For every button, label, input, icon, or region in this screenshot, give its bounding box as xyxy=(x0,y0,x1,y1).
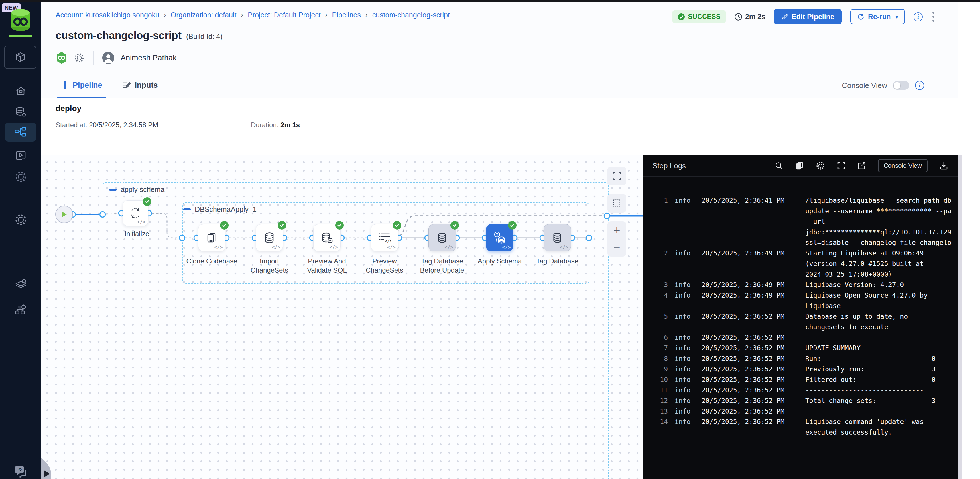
log-settings-icon[interactable] xyxy=(816,161,825,170)
meta-row: Animesh Pathak xyxy=(56,51,177,65)
canvas-select-region-button[interactable] xyxy=(608,194,626,213)
inputs-tab-icon xyxy=(122,81,131,89)
log-message: Previously run: 3 xyxy=(805,364,958,374)
tab-bar: Pipeline Inputs Console View i xyxy=(41,73,958,98)
script-glyph: </> xyxy=(502,244,511,250)
script-glyph: </> xyxy=(560,244,568,250)
log-open-external-icon[interactable] xyxy=(858,162,866,170)
node-tag-database-before-update[interactable]: </> xyxy=(428,224,456,251)
clone-icon xyxy=(205,231,218,244)
node-label: Initialize xyxy=(111,229,162,238)
sidebar-divider-3 xyxy=(0,453,41,454)
log-level: info xyxy=(675,354,695,364)
check-circle-icon xyxy=(678,13,685,21)
marquee-select-icon xyxy=(612,198,622,208)
success-check-icon xyxy=(393,221,401,230)
tag-database-icon xyxy=(551,231,564,244)
log-level: info xyxy=(675,343,695,354)
log-line-number: 1 xyxy=(652,195,668,248)
more-options-menu[interactable] xyxy=(931,11,935,23)
breadcrumb-link[interactable]: Organization: default xyxy=(171,11,237,19)
log-level: info xyxy=(675,195,695,248)
tab-inputs[interactable]: Inputs xyxy=(122,73,158,98)
console-view-toggle-row: Console View i xyxy=(842,73,924,98)
sidebar-item-databases[interactable] xyxy=(0,106,41,119)
sidebar-item-executions[interactable] xyxy=(0,150,41,161)
log-line-number: 7 xyxy=(652,343,668,354)
console-view-label: Console View xyxy=(842,81,887,90)
sidebar-item-environments[interactable] xyxy=(0,278,41,291)
sidebar-item-pipelines-active[interactable] xyxy=(5,123,36,141)
script-glyph: </> xyxy=(444,244,453,250)
node-initialize[interactable]: </> xyxy=(123,200,148,226)
log-level: info xyxy=(675,280,695,290)
log-line-number: 9 xyxy=(652,364,668,374)
tab-pipeline[interactable]: Pipeline xyxy=(61,73,102,98)
success-check-icon xyxy=(450,221,459,230)
node-clone-codebase[interactable]: </> xyxy=(198,224,226,251)
script-glyph: </> xyxy=(272,244,280,250)
scrollbar-track[interactable] xyxy=(958,155,962,479)
log-search-icon[interactable] xyxy=(775,162,783,170)
success-check-icon xyxy=(143,197,151,206)
log-line: 7 info 20/5/2025, 2:36:52 PM UPDATE SUMM… xyxy=(652,343,958,354)
module-cube-icon xyxy=(14,51,26,63)
sidebar-item-settings-2[interactable] xyxy=(0,214,41,226)
log-line: 12 info 20/5/2025, 2:36:52 PM Total chan… xyxy=(652,396,958,406)
node-apply-schema-selected[interactable]: </> xyxy=(486,224,513,251)
zoom-out-button[interactable]: − xyxy=(613,242,620,254)
log-line-number: 8 xyxy=(652,354,668,364)
zoom-in-button[interactable]: + xyxy=(613,224,620,236)
sidebar-item-pipeline-settings[interactable] xyxy=(0,304,41,317)
log-timestamp: 20/5/2025, 2:36:49 PM xyxy=(702,248,799,280)
status-badge: SUCCESS xyxy=(673,10,726,23)
node-tag-database[interactable]: </> xyxy=(544,224,571,251)
node-preview-changesets[interactable]: </> </> xyxy=(371,224,398,251)
log-console-view-button[interactable]: Console View xyxy=(878,159,928,172)
log-fullscreen-icon[interactable] xyxy=(837,162,845,170)
node-label: Clone Codebase xyxy=(186,257,237,266)
log-lines[interactable]: 1 info 20/5/2025, 2:36:41 PM /liquibase/… xyxy=(643,176,958,438)
breadcrumb-separator: › xyxy=(366,11,368,19)
log-timestamp: 20/5/2025, 2:36:52 PM xyxy=(702,311,799,332)
breadcrumb-link[interactable]: custom-changelog-script xyxy=(372,11,450,19)
edit-pipeline-button[interactable]: Edit Pipeline xyxy=(774,9,842,24)
sidebar-item-settings-1[interactable] xyxy=(0,171,41,183)
fullscreen-icon xyxy=(612,171,622,181)
changeset-list-icon: </> xyxy=(378,231,391,244)
title-row: custom-changelog-script (Build Id: 4) xyxy=(56,30,223,41)
harness-dbops-logo[interactable] xyxy=(10,8,31,32)
breadcrumb-link[interactable]: Pipelines xyxy=(332,11,361,19)
log-timestamp: 20/5/2025, 2:36:52 PM xyxy=(702,385,799,396)
main-area: Account: kurosakiichigo.songoku › Organi… xyxy=(41,2,958,479)
log-timestamp: 20/5/2025, 2:36:52 PM xyxy=(702,364,799,374)
sidebar-item-home[interactable] xyxy=(0,86,41,97)
breadcrumb-link[interactable]: Project: Default Project xyxy=(248,11,321,19)
stage-name: deploy xyxy=(56,104,81,113)
node-label: Tag Database Before Update xyxy=(417,257,468,275)
log-message: Liquibase command 'update' was executed … xyxy=(805,417,958,438)
log-copy-icon[interactable] xyxy=(795,162,804,170)
console-view-toggle[interactable] xyxy=(893,81,909,90)
tag-database-icon xyxy=(436,231,449,244)
module-selector[interactable] xyxy=(4,46,37,69)
pipeline-start-node[interactable] xyxy=(55,206,73,223)
log-line: 6 info 20/5/2025, 2:36:52 PM xyxy=(652,332,958,343)
log-line-number: 4 xyxy=(652,290,668,311)
canvas-corner-handle[interactable] xyxy=(41,453,59,479)
rerun-button[interactable]: Re-run ▾ xyxy=(850,9,905,24)
breadcrumb-link[interactable]: Account: kurosakiichigo.songoku xyxy=(56,11,159,19)
node-preview-and-validate-sql[interactable]: </> xyxy=(313,224,340,251)
database-check-icon xyxy=(320,231,334,244)
pipeline-canvas[interactable]: apply schema DBSchemaApply_1 xyxy=(41,155,643,479)
canvas-fit-view-button[interactable] xyxy=(608,167,626,186)
info-icon[interactable]: i xyxy=(913,12,923,21)
log-message: /liquibase/liquibase --search-path db up… xyxy=(805,195,958,248)
help-question-glyph: ? xyxy=(18,467,22,474)
node-import-changesets[interactable]: </> xyxy=(256,224,283,251)
pipeline-settings-gear-icon[interactable] xyxy=(74,52,85,63)
log-level: info xyxy=(675,396,695,406)
log-download-icon[interactable] xyxy=(940,162,948,170)
console-view-info-icon[interactable]: i xyxy=(915,81,924,90)
log-line: 13 info 20/5/2025, 2:36:52 PM xyxy=(652,406,958,417)
